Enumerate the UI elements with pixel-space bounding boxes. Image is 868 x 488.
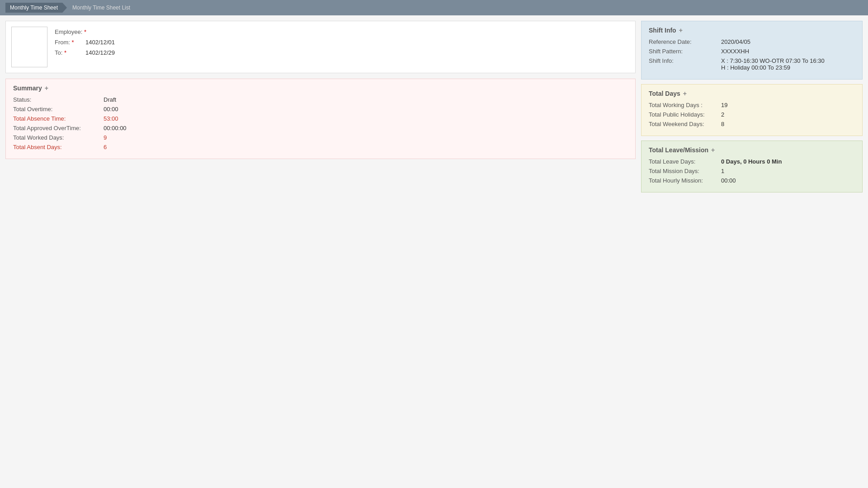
info-row: Shift Pattern:XXXXXHH (649, 48, 855, 55)
left-panel: Employee: * From: * 1402/12/01 To: * (5, 21, 636, 159)
summary-title: Summary (13, 84, 42, 92)
summary-label: Status: (13, 96, 104, 103)
info-row: Total Public Holidays:2 (649, 111, 855, 118)
from-label: From: * (55, 39, 82, 46)
summary-row: Total Approved OverTime:00:00:00 (13, 125, 628, 131)
summary-row: Total Absent Days:6 (13, 144, 628, 150)
total-leave-title: Total Leave/Mission (649, 146, 708, 154)
info-row: Total Working Days :19 (649, 102, 855, 108)
employee-required: * (84, 28, 86, 35)
summary-value: 6 (104, 144, 107, 150)
total-leave-card: Total Leave/Mission + Total Leave Days:0… (641, 141, 863, 192)
summary-label: Total Overtime: (13, 106, 104, 113)
form-card: Employee: * From: * 1402/12/01 To: * (5, 21, 636, 73)
form-fields: Employee: * From: * 1402/12/01 To: * (55, 27, 115, 67)
to-required: * (64, 49, 66, 56)
total-days-title: Total Days (649, 90, 680, 97)
total-leave-header: Total Leave/Mission + (649, 146, 855, 154)
summary-header: Summary + (13, 84, 628, 92)
info-label: Total Mission Days: (649, 168, 721, 174)
shift-info-header: Shift Info + (649, 27, 855, 34)
info-label: Total Working Days : (649, 102, 721, 108)
info-value: 2020/04/05 (721, 38, 855, 45)
to-row: To: * 1402/12/29 (55, 49, 115, 56)
summary-value: 53:00 (104, 115, 118, 122)
total-leave-rows: Total Leave Days:0 Days, 0 Hours 0 MinTo… (649, 158, 855, 184)
employee-label: Employee: * (55, 28, 86, 35)
summary-value: 00:00 (104, 106, 118, 113)
shift-info-card: Shift Info + Reference Date:2020/04/05Sh… (641, 21, 863, 80)
info-label: Total Hourly Mission: (649, 177, 721, 184)
info-value: 1 (721, 168, 855, 174)
info-label: Total Public Holidays: (649, 111, 721, 118)
summary-row: Total Overtime:00:00 (13, 106, 628, 113)
breadcrumb-link[interactable]: Monthly Time Sheet List (67, 3, 136, 13)
total-days-header: Total Days + (649, 90, 855, 97)
summary-row: Total Absence Time:53:00 (13, 115, 628, 122)
info-row: Total Weekend Days:8 (649, 121, 855, 127)
total-leave-expand-icon[interactable]: + (711, 146, 715, 154)
info-value: 0 Days, 0 Hours 0 Min (721, 158, 855, 165)
to-value: 1402/12/29 (85, 49, 115, 56)
shift-info-title: Shift Info (649, 27, 676, 34)
right-panel: Shift Info + Reference Date:2020/04/05Sh… (641, 21, 863, 192)
info-value: XXXXXHH (721, 48, 855, 55)
info-value: 8 (721, 121, 855, 127)
summary-value: 9 (104, 134, 107, 141)
info-row: Total Hourly Mission:00:00 (649, 177, 855, 184)
breadcrumb-bar: Monthly Time Sheet Monthly Time Sheet Li… (0, 0, 868, 15)
summary-card: Summary + Status:DraftTotal Overtime:00:… (5, 79, 636, 159)
info-row: Shift Info:X : 7:30-16:30 WO-OTR 07:30 T… (649, 57, 855, 71)
avatar (11, 27, 47, 67)
shift-info-rows: Reference Date:2020/04/05Shift Pattern:X… (649, 38, 855, 71)
info-label: Reference Date: (649, 38, 721, 45)
main-content: Employee: * From: * 1402/12/01 To: * (0, 15, 868, 198)
to-label: To: * (55, 49, 82, 56)
info-value: 00:00 (721, 177, 855, 184)
summary-row: Total Worked Days:9 (13, 134, 628, 141)
summary-value: Draft (104, 96, 116, 103)
from-required: * (72, 39, 74, 46)
summary-row: Status:Draft (13, 96, 628, 103)
summary-label: Total Worked Days: (13, 134, 104, 141)
summary-value: 00:00:00 (104, 125, 127, 131)
breadcrumb-active[interactable]: Monthly Time Sheet (5, 3, 67, 13)
info-row: Total Leave Days:0 Days, 0 Hours 0 Min (649, 158, 855, 165)
summary-expand-icon[interactable]: + (45, 84, 48, 92)
info-row: Reference Date:2020/04/05 (649, 38, 855, 45)
summary-label: Total Approved OverTime: (13, 125, 104, 131)
shift-info-expand-icon[interactable]: + (679, 27, 683, 34)
total-days-expand-icon[interactable]: + (683, 90, 687, 97)
from-value: 1402/12/01 (85, 39, 115, 46)
from-row: From: * 1402/12/01 (55, 39, 115, 46)
info-row: Total Mission Days:1 (649, 168, 855, 174)
info-value: 19 (721, 102, 855, 108)
summary-label: Total Absent Days: (13, 144, 104, 150)
info-label: Shift Pattern: (649, 48, 721, 55)
info-label: Total Leave Days: (649, 158, 721, 165)
info-value: 2 (721, 111, 855, 118)
info-label: Total Weekend Days: (649, 121, 721, 127)
employee-row: Employee: * (55, 28, 115, 35)
summary-rows: Status:DraftTotal Overtime:00:00Total Ab… (13, 96, 628, 150)
total-days-card: Total Days + Total Working Days :19Total… (641, 84, 863, 136)
info-value: X : 7:30-16:30 WO-OTR 07:30 To 16:30H : … (721, 57, 855, 71)
summary-label: Total Absence Time: (13, 115, 104, 122)
info-label: Shift Info: (649, 57, 721, 64)
total-days-rows: Total Working Days :19Total Public Holid… (649, 102, 855, 127)
